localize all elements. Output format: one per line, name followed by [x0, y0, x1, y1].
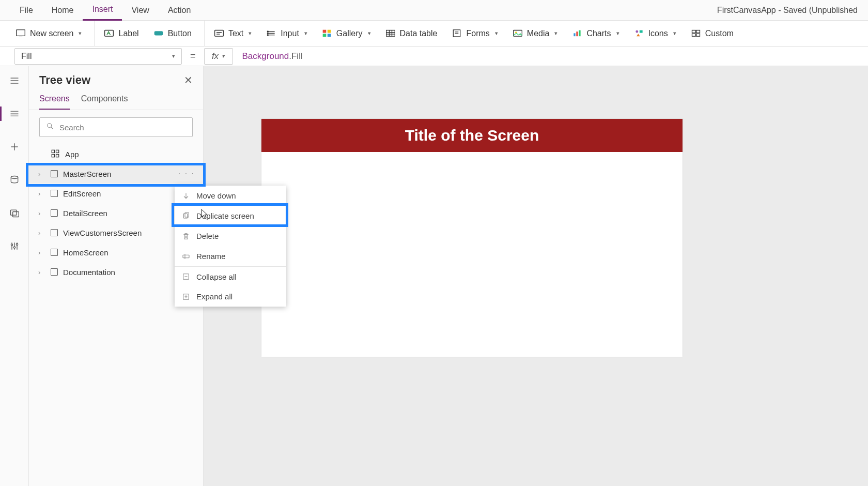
chevron-down-icon: ▾ — [495, 30, 498, 37]
close-panel-button[interactable]: ✕ — [184, 74, 193, 86]
screen-icon — [51, 190, 58, 197]
input-button[interactable]: Input ▾ — [261, 26, 313, 41]
formula-token-prop: Fill — [291, 51, 303, 62]
icons-icon — [634, 29, 644, 38]
charts-button[interactable]: Charts ▾ — [567, 26, 624, 41]
text-icon — [214, 29, 224, 38]
ctx-duplicate-screen[interactable]: Duplicate screen — [175, 206, 286, 226]
menu-file[interactable]: File — [10, 0, 42, 21]
text-btn-label: Text — [228, 29, 243, 38]
gallery-icon — [322, 29, 332, 38]
hamburger-button[interactable] — [6, 72, 23, 89]
label-button[interactable]: Label — [99, 26, 144, 41]
ctx-label: Rename — [196, 252, 226, 261]
ctx-collapse-all[interactable]: Collapse all — [175, 266, 286, 286]
menu-action[interactable]: Action — [159, 0, 200, 21]
svg-rect-4 — [215, 30, 224, 36]
svg-point-41 — [11, 176, 18, 179]
tab-screens[interactable]: Screens — [39, 91, 70, 110]
svg-point-30 — [636, 30, 638, 33]
custom-button[interactable]: Custom — [686, 26, 739, 41]
svg-rect-35 — [696, 34, 700, 36]
svg-rect-42 — [10, 210, 17, 215]
search-icon — [46, 122, 54, 132]
menu-insert[interactable]: Insert — [83, 0, 122, 21]
ctx-move-down[interactable]: Move down — [175, 186, 286, 206]
tree-view-rail-button[interactable] — [6, 105, 23, 122]
menu-home[interactable]: Home — [42, 0, 83, 21]
icons-btn-label: Icons — [648, 29, 668, 38]
charts-btn-label: Charts — [586, 29, 611, 38]
search-input[interactable] — [59, 123, 186, 132]
button-button[interactable]: Button — [148, 26, 197, 41]
rename-icon — [182, 252, 190, 261]
svg-rect-25 — [513, 30, 522, 36]
app-title: FirstCanvasApp - Saved (Unpublished — [717, 6, 858, 15]
icons-button[interactable]: Icons ▾ — [629, 26, 681, 41]
screen-icon — [51, 170, 58, 177]
ctx-expand-all[interactable]: Expand all — [175, 286, 286, 307]
media-rail-button[interactable] — [6, 205, 23, 221]
input-btn-label: Input — [281, 29, 299, 38]
svg-point-50 — [48, 124, 52, 128]
expander-icon[interactable]: › — [38, 209, 45, 217]
svg-rect-3 — [154, 31, 163, 35]
svg-rect-22 — [454, 29, 460, 36]
svg-point-47 — [13, 247, 15, 248]
svg-rect-31 — [639, 30, 642, 33]
gallery-button[interactable]: Gallery ▾ — [317, 26, 376, 41]
ribbon: New screen ▾ Label Button Text ▾ Input ▾… — [0, 21, 868, 47]
menubar: File Home Insert View Action FirstCanvas… — [0, 0, 868, 21]
chevron-down-icon: ▾ — [368, 30, 371, 37]
property-selector[interactable]: Fill ▾ — [14, 48, 182, 65]
fx-button[interactable]: fx ▾ — [204, 48, 233, 65]
formula-token-object: Background — [242, 51, 289, 62]
more-options-button[interactable]: · · · — [178, 169, 195, 178]
ctx-rename[interactable]: Rename — [175, 246, 286, 266]
svg-point-11 — [268, 33, 269, 34]
expander-icon[interactable]: › — [38, 190, 45, 198]
svg-point-10 — [268, 31, 269, 32]
svg-rect-55 — [56, 154, 59, 157]
svg-point-49 — [16, 244, 18, 245]
svg-rect-16 — [328, 34, 331, 37]
media-icon — [513, 29, 523, 38]
new-screen-button[interactable]: New screen ▾ — [10, 26, 87, 41]
screen-icon — [51, 249, 58, 256]
expander-icon[interactable]: › — [38, 170, 45, 178]
screen-icon — [51, 268, 58, 276]
equals-sign: = — [187, 51, 199, 62]
data-rail-button[interactable] — [6, 172, 23, 188]
media-button[interactable]: Media ▾ — [507, 26, 563, 41]
text-button[interactable]: Text ▾ — [209, 26, 257, 41]
search-box[interactable] — [39, 117, 193, 137]
advanced-rail-button[interactable] — [6, 238, 23, 254]
chevron-down-icon: ▾ — [673, 30, 676, 37]
svg-rect-28 — [577, 31, 578, 36]
data-table-button[interactable]: Data table — [380, 26, 443, 41]
trash-icon — [182, 232, 190, 240]
tab-components[interactable]: Components — [81, 91, 128, 110]
chevron-down-icon: ▾ — [554, 30, 557, 37]
tree-node-app[interactable]: App — [29, 144, 203, 164]
expander-icon[interactable]: › — [38, 268, 45, 276]
menu-view[interactable]: View — [122, 0, 158, 21]
expander-icon[interactable]: › — [38, 249, 45, 256]
ctx-label: Expand all — [196, 292, 233, 301]
tree-node-label: MasterScreen — [63, 170, 111, 178]
tree-node-label: ViewCustomersScreen — [63, 229, 142, 237]
insert-rail-button[interactable] — [6, 139, 23, 155]
formula-input[interactable]: Background.Fill — [238, 48, 854, 65]
tree-node-label: Documentation — [63, 268, 115, 277]
screen-icon — [51, 229, 58, 236]
tree-node-masterscreen[interactable]: › MasterScreen · · · — [29, 164, 203, 184]
property-selector-value: Fill — [21, 52, 32, 61]
expander-icon[interactable]: › — [38, 229, 45, 237]
ctx-delete[interactable]: Delete — [175, 226, 286, 246]
tree-node-label: EditScreen — [63, 189, 101, 198]
tree-node-label: HomeScreen — [63, 248, 109, 257]
canvas-area: Title of the Screen — [204, 66, 868, 486]
button-icon — [153, 29, 164, 38]
canvas-screen[interactable]: Title of the Screen — [261, 119, 683, 357]
forms-button[interactable]: Forms ▾ — [446, 26, 503, 41]
